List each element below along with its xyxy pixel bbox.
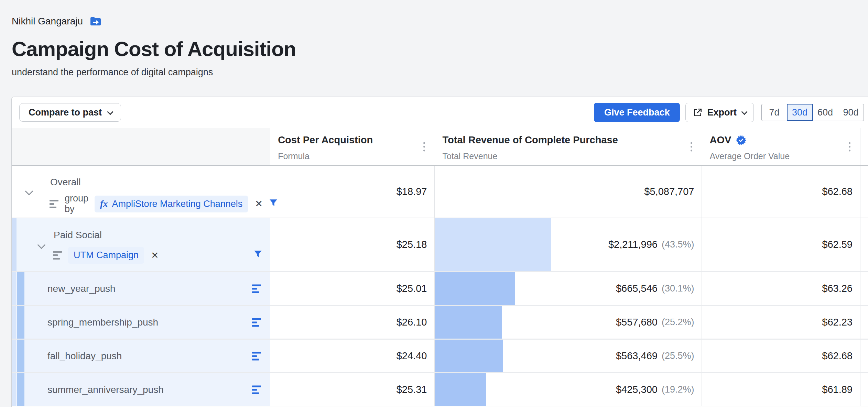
- group-by-chip[interactable]: UTM Campaign: [68, 247, 144, 264]
- revenue-cell: $665,546 (30.1%): [434, 272, 702, 305]
- aov-cell: $61.89: [702, 373, 860, 406]
- header-cell-group: [12, 128, 270, 165]
- owner-name[interactable]: Nikhil Gangaraju: [12, 16, 83, 27]
- revenue-cell: $2,211,996 (43.5%): [434, 218, 702, 271]
- overflow-cell: [860, 306, 868, 339]
- aov-cell: $62.68: [702, 340, 860, 372]
- campaign-cell[interactable]: fall_holiday_push: [12, 340, 270, 372]
- column-menu-icon[interactable]: [849, 142, 850, 152]
- compare-to-past-label: Compare to past: [29, 107, 102, 118]
- verified-badge-icon: [736, 135, 746, 145]
- overflow-cell: [860, 373, 868, 406]
- revenue-bar: [435, 218, 551, 271]
- collapse-chevron-icon[interactable]: [37, 241, 45, 249]
- revenue-percent: (43.5%): [662, 239, 694, 250]
- column-title: Total Revenue of Complete Purchase: [443, 134, 702, 146]
- indent-bar: [12, 306, 16, 339]
- revenue-cell: $425,300 (19.2%): [434, 373, 702, 406]
- indent-bar: [17, 272, 24, 305]
- aov-cell: $62.59: [702, 218, 860, 271]
- row-label: fall_holiday_push: [47, 351, 122, 362]
- range-60d[interactable]: 60d: [813, 104, 838, 121]
- column-subtitle: Formula: [278, 151, 434, 161]
- overflow-cell: [860, 340, 868, 372]
- formula-icon: fx: [100, 199, 108, 209]
- table-row-campaign[interactable]: fall_holiday_push $24.40 $563,469 (25.5%…: [12, 339, 868, 372]
- table-row-campaign[interactable]: summer_anniversary_push $25.31 $425,300 …: [12, 372, 868, 406]
- chevron-down-icon: [107, 109, 113, 115]
- indent-bar: [12, 218, 17, 271]
- toolbar: Compare to past Give Feedback Export 7d …: [12, 97, 868, 128]
- header-cell-cpa[interactable]: Cost Per Acquistion Formula: [270, 128, 434, 165]
- indent-bar: [12, 272, 16, 305]
- indent-bar: [12, 373, 16, 406]
- analysis-panel: Compare to past Give Feedback Export 7d …: [11, 97, 868, 407]
- breakdown-icon[interactable]: [252, 318, 261, 327]
- column-title: AOV: [710, 134, 731, 146]
- group-by-chip[interactable]: fx AmpliStore Marketing Channels: [95, 196, 248, 212]
- compare-to-past-button[interactable]: Compare to past: [19, 103, 121, 122]
- breadcrumb: Nikhil Gangaraju: [12, 16, 868, 27]
- group-by-icon: [50, 200, 58, 208]
- group-cell-overall[interactable]: Overall group by fx AmpliStore Marketing…: [12, 166, 270, 218]
- row-label: Paid Social: [54, 230, 102, 241]
- revenue-percent: (25.2%): [662, 317, 694, 328]
- breakdown-icon[interactable]: [252, 352, 261, 360]
- column-subtitle: Total Revenue: [443, 151, 702, 161]
- breakdown-icon[interactable]: [252, 385, 261, 394]
- indent-bar: [17, 306, 24, 339]
- group-cell-paid-social[interactable]: Paid Social UTM Campaign ✕: [12, 218, 270, 271]
- revenue-cell: $563,469 (25.5%): [434, 340, 702, 372]
- range-90d[interactable]: 90d: [838, 104, 864, 121]
- filter-icon[interactable]: [253, 250, 262, 261]
- page-header: Nikhil Gangaraju Campaign Cost of Acquis…: [0, 0, 868, 78]
- campaign-cell[interactable]: spring_membership_push: [12, 306, 270, 339]
- revenue-percent: (30.1%): [662, 283, 694, 294]
- range-7d[interactable]: 7d: [762, 104, 787, 121]
- header-cell-aov[interactable]: AOV Average Order Value: [702, 128, 860, 165]
- table-row-campaign[interactable]: new_year_push $25.01 $665,546 (30.1%) $6…: [12, 271, 868, 305]
- breakdown-icon[interactable]: [252, 284, 261, 293]
- give-feedback-button[interactable]: Give Feedback: [594, 103, 680, 122]
- cpa-cell: $18.97: [270, 166, 434, 218]
- range-30d[interactable]: 30d: [787, 104, 813, 121]
- export-label: Export: [707, 107, 737, 118]
- revenue-bar: [435, 272, 515, 305]
- column-title: Cost Per Acquistion: [278, 134, 434, 146]
- row-label: summer_anniversary_push: [47, 384, 164, 395]
- indent-bar: [12, 340, 16, 372]
- cpa-cell: $26.10: [270, 306, 434, 339]
- collapse-chevron-icon[interactable]: [25, 187, 33, 195]
- aov-cell: $62.68: [702, 166, 860, 218]
- column-menu-icon[interactable]: [691, 142, 692, 152]
- chip-label: AmpliStore Marketing Channels: [112, 199, 243, 209]
- export-icon: [693, 108, 702, 117]
- indent-bar: [17, 373, 24, 406]
- campaign-cell[interactable]: summer_anniversary_push: [12, 373, 270, 406]
- revenue-bar: [435, 306, 502, 339]
- table-header-row: Cost Per Acquistion Formula Total Revenu…: [12, 128, 868, 166]
- table-row-overall[interactable]: Overall group by fx AmpliStore Marketing…: [12, 166, 868, 218]
- revenue-bar: [435, 340, 503, 372]
- table-row-campaign[interactable]: spring_membership_push $26.10 $557,680 (…: [12, 305, 868, 339]
- give-feedback-label: Give Feedback: [604, 107, 670, 118]
- aov-cell: $62.23: [702, 306, 860, 339]
- remove-chip-icon[interactable]: ✕: [255, 198, 263, 209]
- revenue-cell: $5,087,707: [434, 166, 702, 218]
- move-to-folder-icon[interactable]: [90, 16, 101, 26]
- campaign-cell[interactable]: new_year_push: [12, 272, 270, 305]
- overflow-cell: [860, 166, 868, 218]
- export-button[interactable]: Export: [685, 103, 754, 122]
- page-subtitle: understand the performance of digital ca…: [12, 67, 868, 78]
- page-title: Campaign Cost of Acquisition: [12, 37, 868, 61]
- revenue-bar: [435, 373, 486, 406]
- table-row-paid-social[interactable]: Paid Social UTM Campaign ✕ $25.18 $2,211…: [12, 218, 868, 271]
- column-menu-icon[interactable]: [423, 142, 425, 152]
- header-cell-revenue[interactable]: Total Revenue of Complete Purchase Total…: [435, 128, 702, 165]
- group-by-icon: [53, 251, 62, 260]
- revenue-percent: (19.2%): [662, 384, 694, 395]
- aov-cell: $63.26: [702, 272, 860, 305]
- overflow-cell: [860, 218, 868, 271]
- indent-bar: [17, 340, 24, 372]
- remove-chip-icon[interactable]: ✕: [151, 250, 159, 261]
